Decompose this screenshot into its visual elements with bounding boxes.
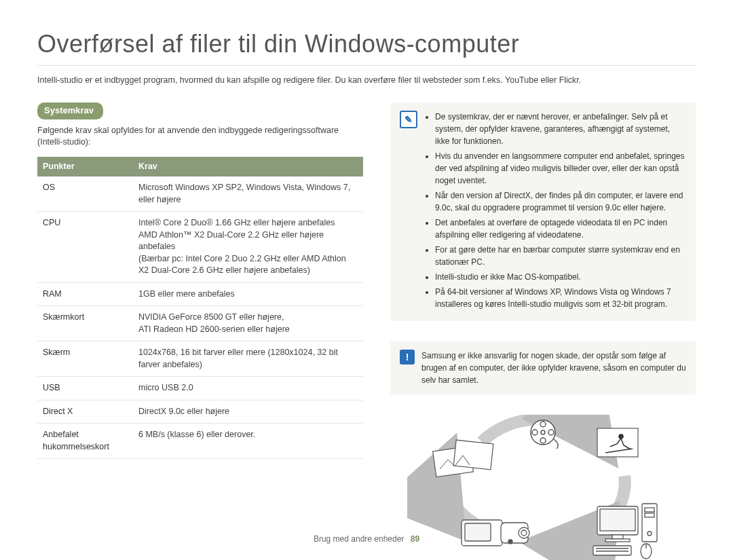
table-cell-krav: Intel® Core 2 Duo® 1.66 GHz eller højere… [133,212,363,283]
table-cell-punkter: OS [37,176,133,212]
svg-point-4 [532,430,538,435]
list-item: De systemkrav, der er nævnt herover, er … [435,111,686,147]
table-cell-krav: micro USB 2.0 [133,377,363,400]
table-row: CPUIntel® Core 2 Duo® 1.66 GHz eller høj… [37,212,363,283]
table-header-punkter: Punkter [37,157,133,177]
list-item: Når den version af DirectX, der findes p… [435,189,686,214]
table-row: OSMicrosoft Windows XP SP2, Windows Vist… [37,176,363,212]
list-item: Intelli-studio er ikke Mac OS-kompatibel… [435,271,686,283]
svg-point-5 [541,430,545,434]
svg-point-3 [540,438,546,443]
table-row: RAM1GB eller mere anbefales [37,282,363,306]
table-row: USBmicro USB 2.0 [37,377,363,400]
svg-rect-24 [593,546,631,555]
left-column: Systemkrav Følgende krav skal opfyldes f… [37,102,363,560]
table-cell-punkter: Skærmkort [37,306,133,341]
svg-point-2 [548,430,554,435]
info-note-list: De systemkrav, der er nævnt herover, er … [424,111,686,313]
footer-section-label: Brug med andre enheder [314,534,404,544]
table-cell-krav: DirectX 9.0c eller højere [133,400,363,424]
table-row: Direct XDirectX 9.0c eller højere [37,400,363,424]
table-cell-punkter: Anbefalet hukommelseskort [37,424,133,459]
svg-point-9 [619,434,623,438]
table-row: Skærm1024x768, 16 bit farver eller mere … [37,341,363,377]
manual-page: Overførsel af filer til din Windows-comp… [0,0,733,560]
svg-point-1 [540,422,546,427]
svg-rect-17 [600,509,635,531]
table-row: SkærmkortNVIDIA GeForce 8500 GT eller hø… [37,306,363,341]
info-note-box: ✎ De systemkrav, der er nævnt herover, e… [390,102,696,321]
list-item: For at gøre dette har en bærbar computer… [435,244,686,268]
table-cell-krav: Microsoft Windows XP SP2, Windows Vista,… [133,176,363,212]
table-cell-punkter: USB [37,377,133,400]
table-cell-punkter: Skærm [37,341,133,377]
right-column: ✎ De systemkrav, der er nævnt herover, e… [390,102,696,560]
section-description: Følgende krav skal opfyldes for at anven… [37,125,363,149]
warning-icon: ! [400,350,415,365]
table-cell-punkter: CPU [37,212,133,283]
section-heading-pill: Systemkrav [37,102,103,119]
requirements-table: Punkter Krav OSMicrosoft Windows XP SP2,… [37,157,363,460]
svg-rect-22 [645,513,654,517]
svg-rect-7 [453,441,493,470]
list-item: Det anbefales at overføre de optagede vi… [435,217,686,241]
two-column-layout: Systemkrav Følgende krav skal opfyldes f… [37,102,696,560]
table-cell-krav: 1024x768, 16 bit farver eller mere (1280… [133,341,363,377]
list-item: Hvis du anvender en langsommere computer… [435,150,686,187]
list-item: På 64-bit versioner af Windows XP, Windo… [435,286,686,310]
table-cell-punkter: Direct X [37,400,133,424]
table-cell-krav: 6 MB/s (klasse 6) eller derover. [133,424,363,459]
svg-rect-21 [645,508,654,512]
table-cell-krav: NVIDIA GeForce 8500 GT eller højere, ATI… [133,306,363,341]
page-title: Overførsel af filer til din Windows-comp… [37,27,696,66]
table-cell-krav: 1GB eller mere anbefales [133,282,363,306]
table-cell-punkter: RAM [37,282,133,306]
table-row: Anbefalet hukommelseskort6 MB/s (klasse … [37,424,363,459]
warning-note-text: Samsung er ikke ansvarlig for nogen skad… [421,350,686,386]
info-icon: ✎ [400,111,417,128]
table-header-krav: Krav [133,157,363,177]
intro-paragraph: Intelli-studio er et indbygget program, … [37,75,696,87]
warning-note-box: ! Samsung er ikke ansvarlig for nogen sk… [390,341,696,394]
footer-page-number: 89 [411,534,419,544]
page-footer: Brug med andre enheder 89 [0,534,733,545]
